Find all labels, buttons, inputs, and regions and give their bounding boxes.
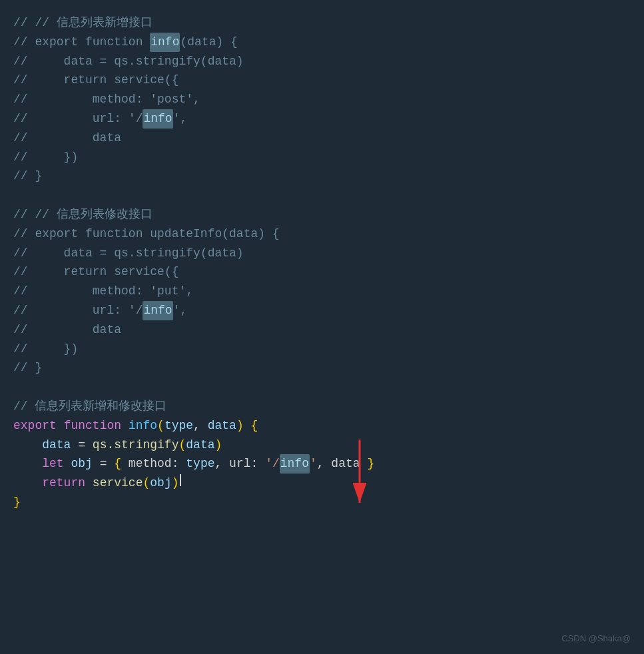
comment-text: // }) [13,148,78,167]
highlight-info-url-1: info [143,109,172,129]
close-paren: ) [236,416,244,436]
space [121,416,129,436]
line-3: // data = qs.stringify(data) [0,52,644,71]
close-paren-service: ) [172,474,179,493]
close-brace-func: } [13,493,21,512]
equals-space: = [93,454,114,474]
line-empty-2 [0,378,644,397]
url-string-start: '/ [265,454,280,474]
function-keyword: function [64,416,121,436]
comma-space: , url: [215,454,266,474]
param-data: data [208,416,236,436]
open-brace-obj: { [114,454,121,474]
comma: , [193,416,208,436]
close-brace-obj: } [367,454,374,474]
obj-param: obj [150,474,171,493]
comment-text: // // 信息列表修改接口 [13,205,153,224]
comment-text: // 信息列表新增和修改接口 [13,397,166,416]
watermark: CSDN @Shaka@ [561,632,631,646]
comment-text: // } [13,166,42,186]
line-data-stringify: data = qs.stringify(data) [0,436,644,455]
url-string-end: ' [310,454,317,474]
line-15: // url: '/info', [0,301,644,320]
comment-text: // // 信息列表新增接口 [13,13,153,33]
let-keyword: let [42,454,63,474]
space: method: [121,454,186,474]
line-5: // method: 'post', [0,90,644,109]
line-10: // // 信息列表修改接口 [0,205,644,224]
comment-text: (data) { [180,33,237,52]
qs-stringify: qs.stringify [93,436,179,455]
line-comment-active: // 信息列表新增和修改接口 [0,397,644,416]
open-paren: ( [157,416,164,436]
comment-text: // url: '/ [13,301,143,320]
line-11: // export function updateInfo(data) { [0,224,644,244]
comment-text: // } [13,358,42,378]
comment-text: // return service({ [13,262,178,282]
space [57,416,64,436]
comment-text: // return service({ [13,71,178,90]
comment-text: // data [13,129,121,148]
line-export: export function info(type, data) { [0,416,644,436]
line-18: // } [0,358,644,378]
code-editor: // // 信息列表新增接口 // export function info(d… [0,0,644,525]
comment-text: // data = qs.stringify(data) [13,52,244,71]
text-cursor [180,474,181,486]
var-data: data [42,436,71,455]
indent [13,454,42,474]
line-16: // data [0,320,644,340]
comment-text: // export function [13,33,150,52]
line-4: // return service({ [0,71,644,90]
line-1: // // 信息列表新增接口 [0,13,644,33]
var-obj: obj [71,454,92,474]
comment-text: // method: 'put', [13,282,193,301]
line-14: // method: 'put', [0,282,644,301]
equals: = [71,436,92,455]
comment-text: // }) [13,340,78,359]
comment-text: ', [173,109,188,129]
space-brace [244,416,251,436]
param-type: type [164,416,193,436]
comment-text: // url: '/ [13,109,143,129]
open-brace: { [251,416,258,436]
comment-text: // method: 'post', [13,90,200,109]
service-call: service [93,474,143,493]
highlight-info-1: info [150,33,180,52]
highlight-info-url-2: info [143,301,172,320]
line-9: // } [0,166,644,186]
line-12: // data = qs.stringify(data) [0,244,644,263]
type-val: type [186,454,214,474]
space [64,454,71,474]
line-close: } [0,493,644,512]
comma-data: , data [317,454,368,474]
export-keyword: export [13,416,57,436]
close-paren: ) [215,436,222,455]
comment-text: // data = qs.stringify(data) [13,244,244,263]
line-13: // return service({ [0,262,644,282]
indent [13,436,42,455]
indent [13,474,42,493]
line-6: // url: '/info', [0,109,644,129]
highlight-info-url-3: info [280,454,310,474]
line-17: // }) [0,340,644,359]
comment-text: ', [173,301,188,320]
line-8: // }) [0,148,644,167]
comment-text: // export function updateInfo(data) { [13,224,280,244]
line-empty-1 [0,186,644,205]
param-data-2: data [186,436,214,455]
return-keyword: return [42,474,85,493]
line-return: return service(obj) [0,474,644,493]
line-2: // export function info(data) { [0,33,644,52]
line-let-obj: let obj = { method: type, url: '/info', … [0,454,644,474]
open-paren: ( [178,436,186,455]
func-name-info: info [129,416,157,436]
open-paren-service: ( [143,474,150,493]
line-7: // data [0,129,644,148]
comment-text: // data [13,320,121,340]
space [85,474,93,493]
